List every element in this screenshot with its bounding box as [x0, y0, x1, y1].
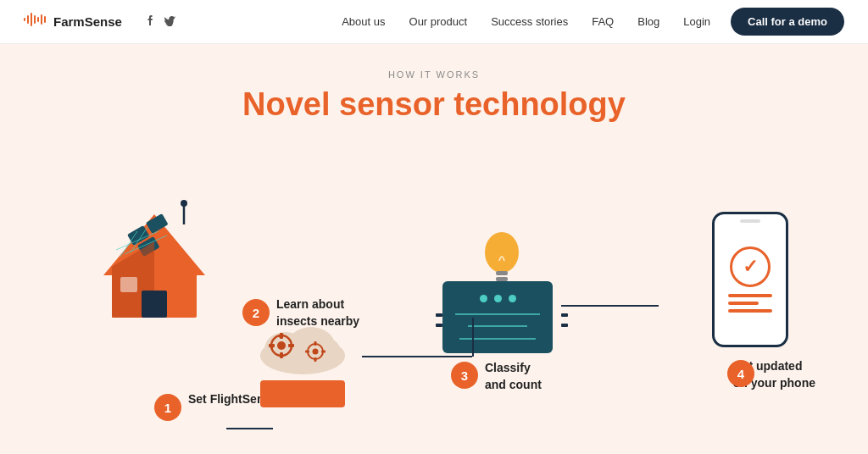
- svg-rect-31: [288, 344, 294, 347]
- logo-icon: [24, 12, 47, 31]
- sensor-unit: [260, 380, 345, 407]
- phone-illustration: ✓: [712, 212, 788, 347]
- nav-blog[interactable]: Blog: [637, 15, 659, 28]
- circuit-illustration: [442, 237, 561, 364]
- facebook-link[interactable]: [144, 14, 156, 29]
- logo-link[interactable]: FarmSense: [24, 12, 122, 31]
- phone-notch: [740, 219, 760, 223]
- section-eyebrow: HOW IT WORKS: [388, 69, 480, 80]
- svg-rect-6: [44, 16, 46, 23]
- step-3-circle: 3: [451, 362, 478, 389]
- flight-sensor-illustration: [95, 199, 214, 335]
- step-4-circle: 4: [727, 360, 754, 387]
- svg-rect-1: [27, 15, 29, 24]
- phone-checkmark: ✓: [730, 246, 771, 287]
- svg-rect-2: [31, 13, 32, 26]
- twitter-link[interactable]: [164, 14, 176, 29]
- nav-links: About us Our product Success stories FAQ…: [342, 15, 710, 28]
- logo-text: FarmSense: [53, 14, 122, 29]
- step-3-label: Classify and count: [485, 360, 542, 393]
- svg-rect-16: [142, 291, 167, 318]
- cta-button[interactable]: Call for a demo: [731, 8, 844, 36]
- step-1-circle: 1: [154, 394, 181, 421]
- main-content: HOW IT WORKS Novel sensor technology: [0, 44, 868, 454]
- svg-rect-17: [120, 277, 137, 292]
- svg-rect-37: [314, 357, 317, 362]
- nav-about-us[interactable]: About us: [342, 15, 385, 28]
- connector-2-3-h: [362, 356, 472, 357]
- step-2-circle: 2: [242, 299, 270, 326]
- svg-point-27: [277, 341, 286, 350]
- how-it-works-diagram: 1 Set FlightSensor: [44, 148, 824, 453]
- svg-rect-39: [321, 351, 326, 353]
- svg-rect-29: [280, 352, 283, 358]
- navbar: FarmSense About us Our product Success s…: [0, 0, 868, 44]
- svg-rect-38: [305, 351, 309, 353]
- svg-point-8: [181, 200, 187, 207]
- nav-login[interactable]: Login: [683, 15, 710, 28]
- connector-2-3-v: [472, 318, 474, 357]
- svg-rect-36: [314, 341, 317, 346]
- section-title: Novel sensor technology: [242, 86, 626, 123]
- svg-point-40: [485, 232, 519, 273]
- svg-point-35: [313, 349, 319, 355]
- svg-rect-41: [496, 271, 508, 275]
- svg-rect-4: [37, 17, 39, 22]
- nav-faq[interactable]: FAQ: [592, 15, 614, 28]
- step-2-label: Learn about insects nearby: [276, 296, 359, 329]
- nav-our-product[interactable]: Our product: [409, 15, 468, 28]
- svg-rect-5: [41, 14, 42, 25]
- social-links: [144, 14, 176, 29]
- phone-content-lines: [728, 294, 772, 313]
- connector-1-2: [226, 428, 273, 429]
- cloud-illustration: [248, 313, 358, 424]
- nav-success-stories[interactable]: Success stories: [491, 15, 568, 28]
- svg-rect-3: [34, 15, 36, 24]
- connector-3-4: [561, 305, 659, 307]
- svg-rect-0: [24, 18, 25, 21]
